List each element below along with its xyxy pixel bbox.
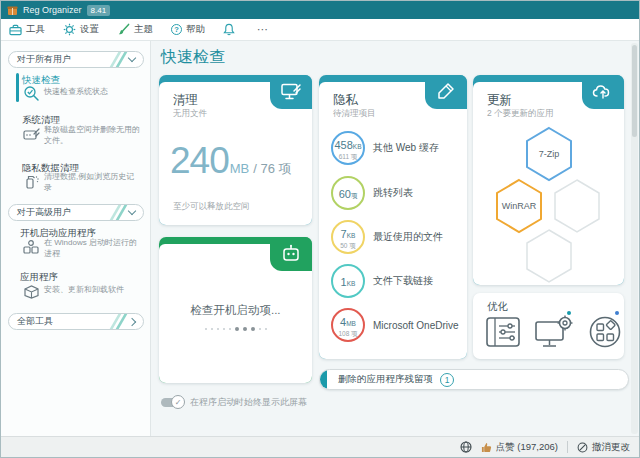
separator (567, 441, 568, 453)
menu-bar: 工具 设置 主题 帮助 (1, 19, 639, 41)
updates-title: 更新 (487, 92, 512, 109)
progress-ring: 4MB 108 项 (331, 308, 365, 342)
notifications-button[interactable] (223, 23, 235, 36)
like-label: 点赞 (197,206) (496, 441, 558, 454)
page-title: 快速检查 (161, 47, 225, 68)
title-bar: Reg Organizer 8.41 (1, 1, 639, 19)
startup-check-card[interactable]: 检查开机启动项... (159, 237, 312, 383)
value: 60 (339, 188, 351, 200)
cleanup-unit: MB (230, 161, 250, 176)
all-tools-button[interactable]: 全部工具 (8, 313, 144, 330)
sidebar-item-quick-check-desc: 快速检查系统状态 (44, 87, 141, 98)
privacy-item-recent-files[interactable]: 7KB 50 项 最近使用的文件 (331, 220, 443, 254)
startup-status-text: 检查开机启动项... (190, 303, 280, 318)
privacy-item-label: Microsoft OneDrive (373, 320, 459, 331)
cleanup-card-icon (270, 75, 312, 109)
empty-hexagon (527, 230, 571, 282)
paintbrush-icon (117, 23, 130, 36)
toolbox-icon (9, 24, 22, 36)
privacy-item-onedrive[interactable]: 4MB 108 项 Microsoft OneDrive (331, 308, 459, 342)
show-on-startup-toggle-row: 在程序启动时始终显示此屏幕 (161, 396, 307, 409)
system-tweaks-icon[interactable] (535, 315, 575, 349)
section-advanced-label: 对于高级用户 (17, 206, 71, 219)
menu-settings[interactable]: 设置 (63, 23, 99, 36)
sub-count: 611 项 (339, 153, 358, 161)
status-bar: 点赞 (197,206) 撤消更改 (1, 436, 639, 457)
vertical-scrollbar[interactable] (631, 43, 638, 434)
clean-monitor-icon (280, 82, 302, 102)
updates-card-icon (582, 75, 624, 109)
sub-count: 108 项 (338, 330, 357, 338)
unit: KB (347, 232, 356, 239)
privacy-title: 隐私 (333, 92, 358, 109)
privacy-item-label: 最近使用的文件 (373, 230, 443, 244)
unit: 项 (351, 192, 358, 199)
optimize-title: 优化 (487, 300, 508, 314)
menu-themes-label: 主题 (134, 23, 153, 36)
menu-settings-label: 设置 (80, 23, 99, 36)
sidebar-item-applications-desc: 安装、更新和卸载软件 (44, 285, 141, 296)
gear-icon (63, 23, 76, 36)
privacy-item-web-cache[interactable]: 458KB 611 项 其他 Web 缓存 (331, 131, 439, 165)
toggle-label: 在程序启动时始终显示此屏幕 (190, 396, 307, 409)
privacy-item-download-links[interactable]: 1KB 文件下载链接 (331, 264, 433, 298)
app-name-7zip: 7-Zip (539, 149, 560, 159)
optimize-card[interactable]: 优化 (473, 293, 624, 359)
cleanup-card[interactable]: 清理 无用文件 240 MB / 76 项 至少可以释放此空间 (159, 75, 312, 225)
privacy-item-label: 其他 Web 缓存 (373, 141, 439, 155)
progress-ring: 458KB 611 项 (331, 131, 365, 165)
disk-cleanup-icon (23, 126, 40, 143)
unit: KB (353, 143, 362, 150)
sidebar-item-startup-apps-desc: 在 Windows 启动时运行的进程 (44, 238, 141, 260)
menu-help[interactable]: 帮助 (171, 23, 205, 36)
undo-label: 撤消更改 (592, 441, 630, 454)
privacy-card-icon (425, 75, 467, 109)
stripes-decoration (114, 313, 123, 330)
ellipsis-icon: ⋯ (257, 23, 269, 36)
globe-icon[interactable] (460, 441, 472, 453)
menu-themes[interactable]: 主题 (117, 23, 153, 36)
chevron-right-icon (128, 317, 136, 325)
stripes-decoration (114, 51, 123, 68)
app-shapes-icon[interactable] (587, 315, 623, 349)
updates-card[interactable]: 更新 2 个要更新的应用 7-Zip WinRAR (473, 75, 624, 285)
spray-bottle-icon (23, 173, 40, 190)
leftovers-count-badge: 1 (440, 373, 454, 387)
menu-more[interactable]: ⋯ (253, 23, 269, 36)
undo-icon (577, 442, 588, 453)
section-header-all-users[interactable]: 对于所有用户 (8, 51, 144, 68)
like-button[interactable]: 点赞 (197,206) (481, 441, 558, 454)
menu-tools[interactable]: 工具 (9, 23, 45, 36)
section-header-advanced[interactable]: 对于高级用户 (8, 204, 144, 221)
cleanup-footer: 至少可以释放此空间 (173, 201, 250, 213)
privacy-item-label: 文件下载链接 (373, 274, 433, 288)
scrollbar-thumb[interactable] (632, 45, 637, 137)
chevron-down-icon (128, 54, 136, 62)
undo-changes-button[interactable]: 撤消更改 (577, 441, 630, 454)
value: 458 (334, 139, 352, 151)
section-all-users-label: 对于所有用户 (17, 53, 71, 66)
startup-screen-toggle[interactable] (161, 398, 181, 407)
all-tools-label: 全部工具 (17, 315, 53, 328)
privacy-item-jump-lists[interactable]: 60项 跳转列表 (331, 176, 413, 210)
window-title: Reg Organizer (23, 5, 82, 15)
menu-tools-label: 工具 (26, 23, 45, 36)
robot-gear-icon (281, 244, 301, 264)
privacy-item-label: 跳转列表 (373, 186, 413, 200)
help-icon (171, 24, 182, 35)
app-leftovers-bar[interactable]: 删除的应用程序残留项 1 (319, 369, 629, 390)
privacy-card[interactable]: 隐私 待清理项目 458KB 611 项 其他 Web 缓存 60项 跳转列表 (319, 75, 467, 359)
cleanup-size: 240 MB / 76 项 (170, 140, 292, 182)
settings-panel-icon[interactable] (485, 315, 523, 349)
updates-subtitle: 2 个要更新的应用 (487, 108, 554, 120)
cleanup-value: 240 (170, 140, 229, 182)
reg-organizer-window: Reg Organizer 8.41 工具 设置 (0, 0, 640, 458)
teal-cap (320, 370, 327, 389)
cleanup-count: / 76 项 (253, 160, 291, 178)
progress-ring: 7KB 50 项 (331, 220, 365, 254)
main-panel: 快速检查 清理 无用文件 240 MB / 76 项 至少可以释放此空间 (151, 41, 639, 436)
software-box-icon (23, 283, 40, 300)
blue-notification-dot (615, 311, 619, 315)
progress-ring: 60项 (331, 176, 365, 210)
progress-ring: 1KB (331, 264, 365, 298)
